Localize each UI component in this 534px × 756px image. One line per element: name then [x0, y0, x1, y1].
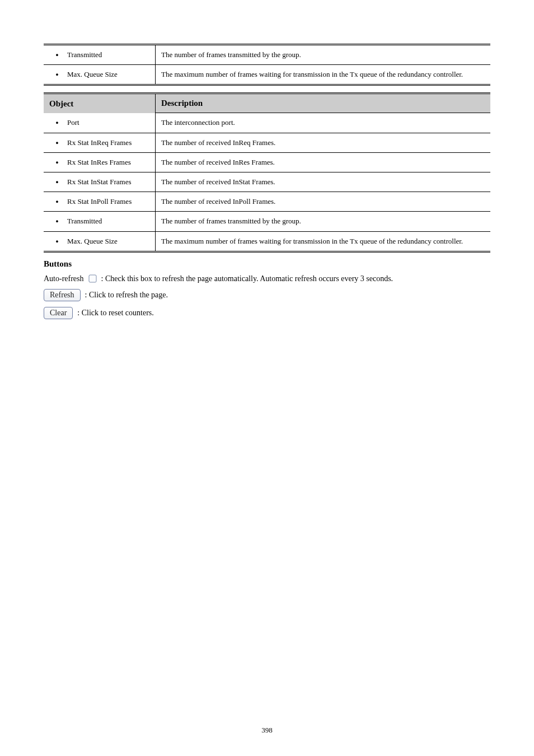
table-row: Max. Queue Size The maximum number of fr… [44, 231, 490, 251]
row-desc: The number of received InReq Frames. [156, 133, 491, 152]
bullet-icon [47, 236, 67, 246]
row-desc: The maximum number of frames waiting for… [156, 231, 491, 251]
row-label: Max. Queue Size [67, 236, 152, 246]
table-row: Rx Stat InRes Frames The number of recei… [44, 152, 490, 172]
bullet-icon [47, 216, 67, 226]
row-desc: The number of frames transmitted by the … [156, 45, 491, 65]
page-number: 398 [0, 726, 534, 735]
row-label: Rx Stat InPoll Frames [67, 197, 152, 207]
stats-table-1: Transmitted The number of frames transmi… [44, 44, 490, 86]
bullet-icon [47, 177, 67, 187]
clear-button[interactable]: Clear [44, 307, 73, 319]
table-row: Rx Stat InReq Frames The number of recei… [44, 133, 490, 152]
row-label: Transmitted [67, 216, 152, 226]
table-row: Rx Stat InStat Frames The number of rece… [44, 172, 490, 192]
bullet-icon [47, 69, 67, 80]
table-header: Object Description [44, 94, 490, 113]
autorefresh-text: : Check this box to refresh the page aut… [101, 274, 394, 283]
row-desc: The number of received InStat Frames. [156, 172, 491, 192]
table-row: Transmitted The number of frames transmi… [44, 212, 490, 231]
bullet-icon [47, 138, 67, 148]
row-desc: The number of received InPoll Frames. [156, 192, 491, 212]
row-label: Max. Queue Size [67, 69, 152, 80]
row-label: Rx Stat InReq Frames [67, 138, 152, 148]
row-desc: The maximum number of frames waiting for… [156, 65, 491, 85]
table-row: Max. Queue Size The maximum number of fr… [44, 65, 490, 85]
checkbox-icon[interactable] [88, 274, 97, 283]
bullet-icon [47, 197, 67, 207]
header-object: Object [44, 94, 156, 113]
svg-rect-0 [89, 275, 96, 282]
buttons-heading: Buttons [44, 259, 490, 269]
table-row: Rx Stat InPoll Frames The number of rece… [44, 192, 490, 212]
bullet-icon [47, 157, 67, 167]
row-desc: The interconnection port. [156, 113, 491, 133]
stats-table-2: Object Description Port The interconnect… [44, 92, 490, 252]
autorefresh-prefix: Auto-refresh [44, 274, 84, 283]
table-row: Transmitted The number of frames transmi… [44, 45, 490, 65]
header-description: Description [156, 94, 491, 113]
row-label: Transmitted [67, 50, 152, 60]
refresh-button[interactable]: Refresh [44, 289, 81, 301]
buttons-section: Buttons Auto-refresh : Check this box to… [44, 259, 490, 319]
bullet-icon [47, 50, 67, 60]
row-label: Rx Stat InRes Frames [67, 157, 152, 167]
bullet-icon [47, 118, 67, 128]
row-label: Port [67, 118, 152, 128]
row-desc: The number of received InRes Frames. [156, 152, 491, 172]
row-label: Rx Stat InStat Frames [67, 177, 152, 187]
table-row: Port The interconnection port. [44, 113, 490, 133]
clear-desc: : Click to reset counters. [77, 309, 153, 318]
row-desc: The number of frames transmitted by the … [156, 212, 491, 231]
refresh-desc: : Click to refresh the page. [85, 291, 168, 300]
